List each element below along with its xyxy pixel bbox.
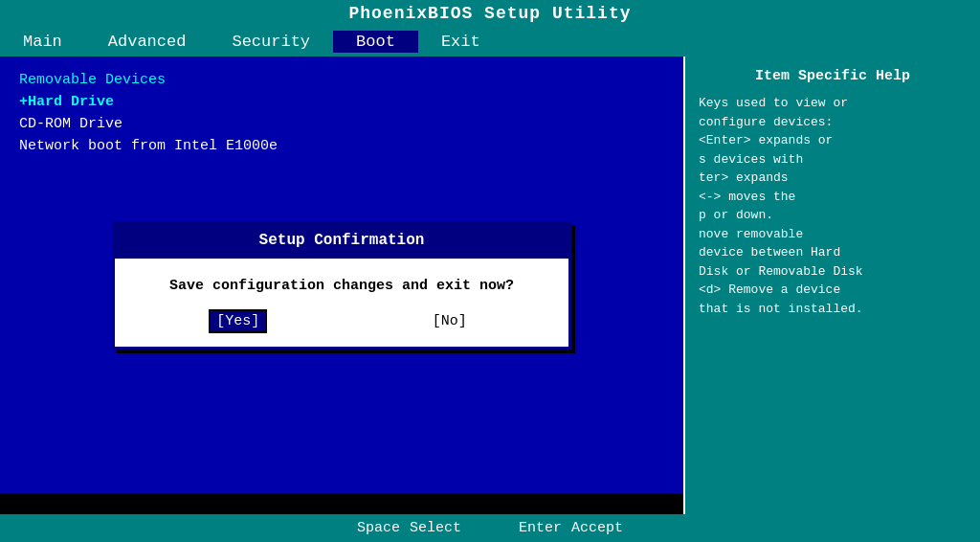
setup-confirmation-dialog: Setup Confirmation Save configuration ch… [112,221,571,350]
boot-item-harddrive[interactable]: +Hard Drive [19,94,664,110]
status-space-value: Select [410,520,461,536]
dialog-buttons: [Yes] [No] [130,311,553,331]
dialog-yes-button[interactable]: [Yes] [211,311,265,331]
status-space: Space Select [357,520,461,536]
help-title: Item Specific Help [699,68,967,84]
menu-bar: Main Advanced Security Boot Exit [0,27,980,56]
dialog-title: Setup Confirmation [115,224,568,257]
status-bar: Space Select Enter Accept [0,514,980,542]
dialog-no-button[interactable]: [No] [427,311,473,331]
main-content: Removable Devices +Hard Drive CD-ROM Dri… [0,56,980,514]
status-enter-value: Accept [571,520,623,536]
menu-item-boot[interactable]: Boot [333,31,418,53]
left-panel-wrapper: Removable Devices +Hard Drive CD-ROM Dri… [0,56,683,514]
boot-item-cdrom[interactable]: CD-ROM Drive [19,116,664,132]
bottom-bar-inner [0,493,683,514]
status-enter: Enter Accept [519,520,623,536]
menu-item-advanced[interactable]: Advanced [85,31,210,53]
bios-screen: PhoenixBIOS Setup Utility Main Advanced … [0,0,980,542]
right-panel: Item Specific Help Keys used to view or … [683,56,980,514]
menu-item-main[interactable]: Main [0,31,85,53]
menu-item-security[interactable]: Security [209,31,333,53]
menu-item-exit[interactable]: Exit [418,31,503,53]
boot-item-network[interactable]: Network boot from Intel E1000e [19,138,664,154]
dialog-message: Save configuration changes and exit now? [130,278,553,294]
dialog-body: Save configuration changes and exit now?… [115,257,568,347]
status-enter-key: Enter [519,520,562,536]
status-space-key: Space [357,520,400,536]
help-text: Keys used to view or configure devices: … [699,94,967,318]
boot-item-removable[interactable]: Removable Devices [19,72,664,88]
title-bar: PhoenixBIOS Setup Utility [0,0,980,27]
title-text: PhoenixBIOS Setup Utility [348,4,631,23]
